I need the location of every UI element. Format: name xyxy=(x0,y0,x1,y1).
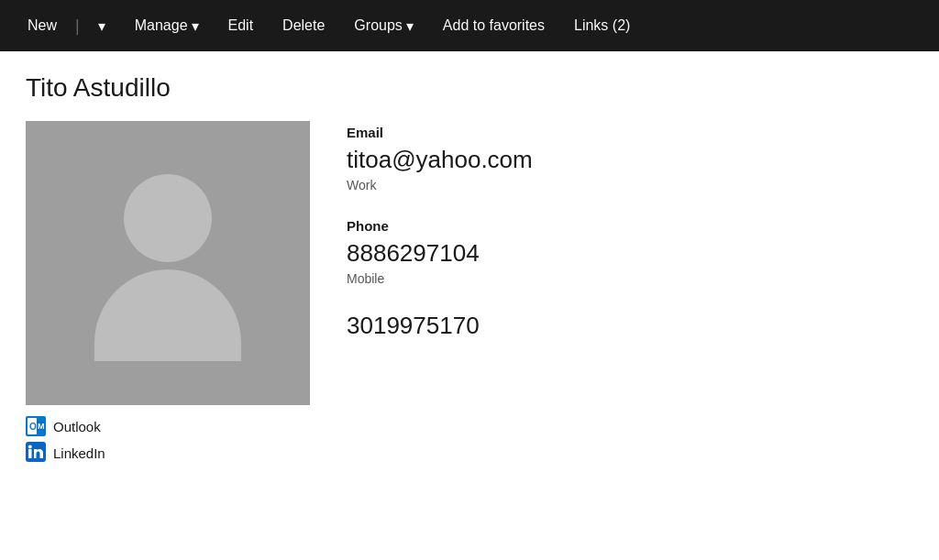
svg-rect-6 xyxy=(28,449,32,458)
svg-text:O: O xyxy=(29,422,37,432)
main-content: Tito Astudillo O M xyxy=(0,51,939,487)
manage-chevron-icon: ▾ xyxy=(192,17,199,35)
manage-label: Manage xyxy=(135,17,188,34)
groups-button[interactable]: Groups ▾ xyxy=(341,10,425,42)
dropdown-arrow-button[interactable]: ▾ xyxy=(85,10,118,42)
delete-button[interactable]: Delete xyxy=(270,10,337,41)
avatar xyxy=(26,121,310,405)
left-panel: O M Outlook xyxy=(26,121,310,465)
outlook-link[interactable]: O M Outlook xyxy=(26,416,310,436)
new-label: New xyxy=(28,17,57,34)
edit-button[interactable]: Edit xyxy=(215,10,267,41)
contact-name: Tito Astudillo xyxy=(26,73,913,103)
phone-type: Mobile xyxy=(347,271,913,286)
email-section: Email titoa@yahoo.com Work xyxy=(347,125,913,192)
social-links: O M Outlook xyxy=(26,416,310,465)
email-label: Email xyxy=(347,125,913,140)
manage-button[interactable]: Manage ▾ xyxy=(122,10,212,42)
groups-chevron-icon: ▾ xyxy=(406,17,414,35)
svg-point-7 xyxy=(28,445,32,449)
email-type: Work xyxy=(347,178,913,192)
groups-label: Groups xyxy=(354,17,402,34)
edit-label: Edit xyxy=(228,17,254,34)
outlook-label: Outlook xyxy=(53,419,101,434)
avatar-body xyxy=(94,269,241,361)
phone-value: 8886297104 xyxy=(347,239,913,268)
links-button[interactable]: Links (2) xyxy=(561,10,643,41)
outlook-icon: O M xyxy=(26,416,46,436)
avatar-figure xyxy=(94,174,241,361)
svg-text:M: M xyxy=(38,422,45,431)
linkedin-label: LinkedIn xyxy=(53,445,105,461)
toolbar: New | ▾ Manage ▾ Edit Delete Groups ▾ Ad… xyxy=(0,0,939,51)
contact-body: O M Outlook xyxy=(26,121,913,465)
add-to-favorites-button[interactable]: Add to favorites xyxy=(430,10,558,41)
email-value: titoa@yahoo.com xyxy=(347,146,913,174)
phone2-section: 3019975170 xyxy=(347,312,913,340)
contact-details: Email titoa@yahoo.com Work Phone 8886297… xyxy=(347,121,913,366)
avatar-head xyxy=(124,174,212,262)
linkedin-icon xyxy=(26,442,46,465)
chevron-down-icon: ▾ xyxy=(98,17,105,35)
new-button[interactable]: New xyxy=(15,10,70,41)
links-label: Links (2) xyxy=(574,17,630,34)
add-to-favorites-label: Add to favorites xyxy=(443,17,545,34)
linkedin-link[interactable]: LinkedIn xyxy=(26,442,310,465)
delete-label: Delete xyxy=(282,17,325,34)
phone-label: Phone xyxy=(347,218,913,234)
phone-section: Phone 8886297104 Mobile xyxy=(347,218,913,286)
separator: | xyxy=(73,16,82,36)
phone2-value: 3019975170 xyxy=(347,312,913,340)
